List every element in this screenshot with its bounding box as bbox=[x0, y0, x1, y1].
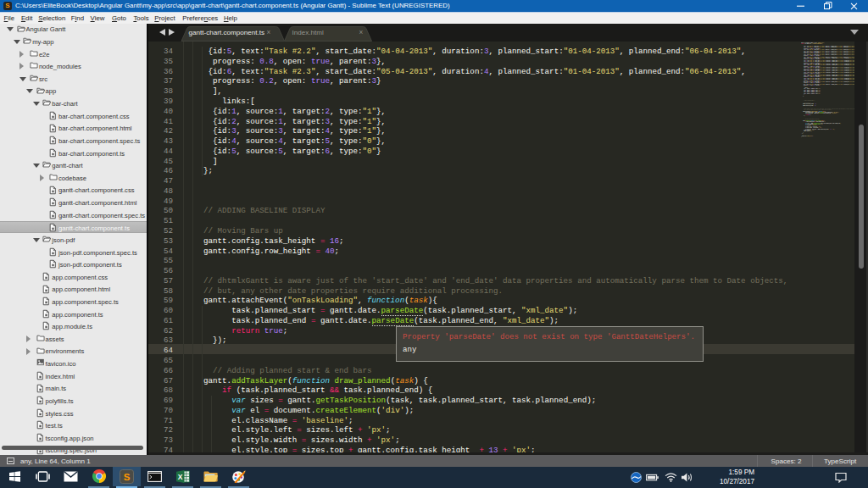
svg-text:S: S bbox=[124, 471, 131, 481]
svg-text:X: X bbox=[177, 473, 182, 481]
